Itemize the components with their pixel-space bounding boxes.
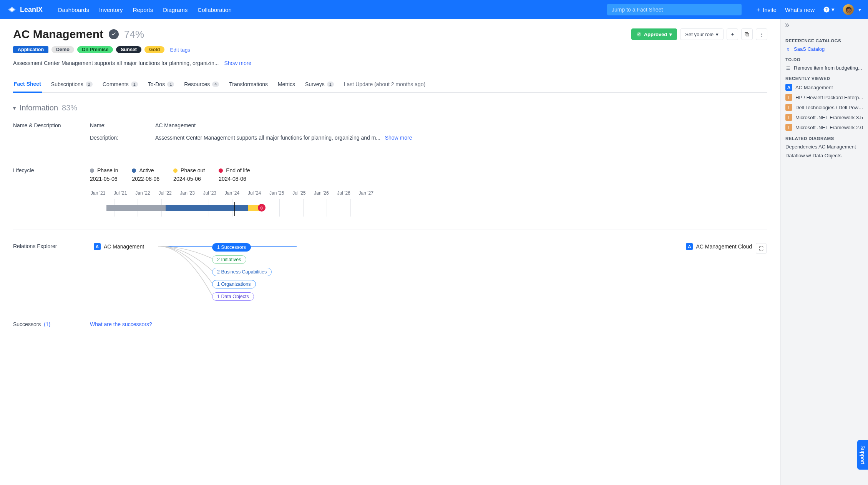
type-icon: I xyxy=(785,124,792,131)
tab-todos[interactable]: To-Dos1 xyxy=(147,77,175,92)
help-menu[interactable]: ? ▾ xyxy=(823,6,835,13)
rel-target-node[interactable]: A AC Management Cloud xyxy=(686,243,752,250)
completion-pct: 74% xyxy=(124,28,144,40)
set-role-button[interactable]: Set your role ▾ xyxy=(680,28,724,40)
rel-chip-initiatives[interactable]: 2 Initiatives xyxy=(212,255,246,264)
section-pct: 83% xyxy=(62,103,77,112)
user-avatar[interactable]: 🧑🏾 xyxy=(843,4,854,15)
copy-button[interactable] xyxy=(741,28,753,40)
field-name-value[interactable]: AC Management xyxy=(155,122,767,128)
show-more-link[interactable]: Show more xyxy=(385,135,412,141)
tick-label: Jul '25 xyxy=(292,190,305,196)
successors-question[interactable]: What are the successors? xyxy=(90,321,767,327)
phase-eol[interactable]: End of life 2024-08-06 xyxy=(219,167,250,182)
tab-resources[interactable]: Resources4 xyxy=(183,77,220,92)
tab-label: Surveys xyxy=(305,81,325,87)
brand-logo[interactable]: LeanIX xyxy=(7,5,43,15)
recent-item[interactable]: IHP / Hewlett Packard Enterp... xyxy=(785,94,863,101)
tick-label: Jul '21 xyxy=(114,190,127,196)
rel-center: 1 Successors 2 Initiatives 2 Business Ca… xyxy=(158,243,683,301)
successors-section: Successors (1) What are the successors? xyxy=(13,321,767,327)
tag-sunset[interactable]: Sunset xyxy=(116,46,141,53)
successors-label-text: Successors xyxy=(13,321,41,327)
rel-source-node[interactable]: A AC Management xyxy=(94,243,155,250)
plus-icon: ＋ xyxy=(730,31,735,38)
side-todo-title: TO-DO xyxy=(785,57,863,62)
timeline-track[interactable]: ⦸ xyxy=(90,199,374,217)
tag-on-premise[interactable]: On Premise xyxy=(77,46,113,53)
lifecycle-timeline: Jan '21Jul '21Jan '22Jul '22Jan '23Jul '… xyxy=(90,190,374,217)
related-diagram-link[interactable]: Dependencies AC Management xyxy=(785,144,863,150)
related-diagram-link[interactable]: Dataflow w/ Data Objects xyxy=(785,153,863,158)
last-update-text: Last Update (about 2 months ago) xyxy=(343,77,426,92)
tab-subscriptions[interactable]: Subscriptions2 xyxy=(50,77,93,92)
rel-chip-data-objects[interactable]: 1 Data Objects xyxy=(212,292,254,301)
phase-name: End of life xyxy=(226,167,250,173)
recent-item[interactable]: IMicrosoft .NET Framework 3.5 xyxy=(785,114,863,121)
tab-comments[interactable]: Comments1 xyxy=(102,77,139,92)
tag-gold[interactable]: Gold xyxy=(144,46,164,53)
tab-metrics[interactable]: Metrics xyxy=(277,77,296,92)
lifecycle-legend: Phase in 2021-05-06 Active 2022-08-06 Ph… xyxy=(90,167,767,182)
nav-reports[interactable]: Reports xyxy=(133,7,153,13)
tag-demo[interactable]: Demo xyxy=(51,46,74,53)
recent-item[interactable]: IMicrosoft .NET Framework 2.0 xyxy=(785,124,863,131)
tick-label: Jan '23 xyxy=(180,190,195,196)
side-recent-title: RECENTLY VIEWED xyxy=(785,76,863,81)
title-actions: Approved ▾ Set your role ▾ ＋ ⋮ xyxy=(631,28,767,40)
phase-out[interactable]: Phase out 2024-05-06 xyxy=(173,167,205,182)
recent-item[interactable]: IDell Technologies / Dell Powe... xyxy=(785,104,863,111)
field-group-label: Name & Description xyxy=(13,122,90,128)
tick-label: Jan '24 xyxy=(225,190,239,196)
section-information[interactable]: ▾ Information 83% xyxy=(13,103,767,112)
approved-button[interactable]: Approved ▾ xyxy=(631,28,677,40)
add-button[interactable]: ＋ xyxy=(727,28,738,40)
nav-diagrams[interactable]: Diagrams xyxy=(163,7,188,13)
rel-chip-business-capabilities[interactable]: 2 Business Capabilities xyxy=(212,268,272,276)
check-icon xyxy=(111,31,117,37)
lifecycle-content: Phase in 2021-05-06 Active 2022-08-06 Ph… xyxy=(90,167,767,217)
recent-item-label: Microsoft .NET Framework 3.5 xyxy=(795,115,863,120)
nav-dashboards[interactable]: Dashboards xyxy=(58,7,89,13)
field-desc-value[interactable]: Assessment Center Management supports al… xyxy=(155,135,767,141)
type-icon-a: A xyxy=(94,243,101,250)
tab-factsheet[interactable]: Fact Sheet xyxy=(13,76,42,93)
rel-chip-organizations[interactable]: 1 Organizations xyxy=(212,280,256,288)
caret-down-icon: ▾ xyxy=(831,6,835,13)
saas-catalog-link[interactable]: SaaS Catalog xyxy=(785,46,863,52)
expand-relations-button[interactable] xyxy=(756,243,767,254)
side-panel: REFERENCE CATALOGS SaaS Catalog TO-DO Re… xyxy=(780,19,868,485)
phase-in[interactable]: Phase in 2021-05-06 xyxy=(90,167,118,182)
lifecycle-bar[interactable] xyxy=(166,205,248,211)
collapse-panel-button[interactable] xyxy=(784,22,790,30)
tab-surveys[interactable]: Surveys1 xyxy=(304,77,335,92)
tab-label: Comments xyxy=(103,81,129,87)
quality-seal-icon[interactable] xyxy=(109,29,119,39)
tab-label: Fact Sheet xyxy=(14,81,41,87)
rel-chip-successors[interactable]: 1 Successors xyxy=(212,243,251,252)
edit-tags-link[interactable]: Edit tags xyxy=(170,47,190,53)
recent-item[interactable]: AAC Management xyxy=(785,84,863,91)
more-menu-button[interactable]: ⋮ xyxy=(756,28,767,40)
whats-new-link[interactable]: What's new xyxy=(785,7,815,13)
nav-inventory[interactable]: Inventory xyxy=(99,7,123,13)
support-tab[interactable]: Support xyxy=(857,440,868,470)
nav-collaboration[interactable]: Collaboration xyxy=(197,7,231,13)
phase-active[interactable]: Active 2022-08-06 xyxy=(132,167,159,182)
show-more-link[interactable]: Show more xyxy=(224,60,251,66)
tick-label: Jan '27 xyxy=(359,190,373,196)
count-badge: 1 xyxy=(167,82,174,87)
tab-label: Transformations xyxy=(229,81,268,87)
lifecycle-bar[interactable] xyxy=(106,205,166,211)
tick-label: Jan '25 xyxy=(269,190,284,196)
description-row: Assessment Center Management supports al… xyxy=(13,60,767,66)
title-row: AC Management 74% Approved ▾ Set your ro… xyxy=(13,28,767,41)
count-badge: 4 xyxy=(212,82,219,87)
saas-catalog-label: SaaS Catalog xyxy=(794,46,825,52)
invite-button[interactable]: ＋Invite xyxy=(755,6,777,13)
global-search-input[interactable] xyxy=(607,4,742,15)
eol-marker[interactable]: ⦸ xyxy=(258,204,266,212)
tab-transformations[interactable]: Transformations xyxy=(228,77,269,92)
side-todo-item[interactable]: Remove item from budgeting... xyxy=(785,65,863,71)
tab-label: Subscriptions xyxy=(51,81,83,87)
